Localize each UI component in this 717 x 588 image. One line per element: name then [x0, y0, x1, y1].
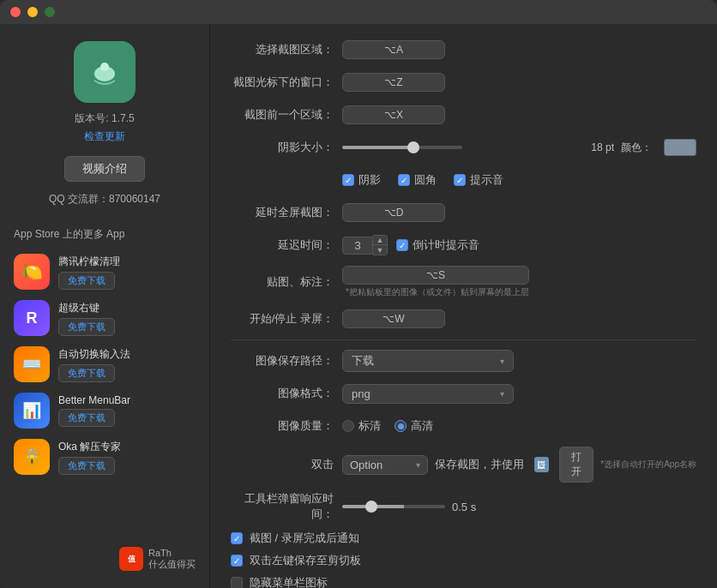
app-store-title: App Store 上的更多 App — [14, 227, 124, 242]
app-icon-lemon: 🍋 — [14, 254, 50, 290]
option-arrow-icon: ▾ — [416, 460, 420, 470]
path-arrow-icon: ▾ — [500, 357, 504, 366]
label-fullscreen: 延时全屏截图： — [231, 205, 342, 220]
option-select[interactable]: Option ▾ — [342, 455, 428, 475]
stepper-up[interactable]: ▲ — [373, 236, 387, 245]
app-icon-oka: 🔒 — [14, 439, 50, 475]
intro-button[interactable]: 视频介绍 — [64, 156, 145, 182]
shortcut-fullscreen[interactable]: ⌥D — [342, 203, 445, 222]
row-double-click: 双击 Option ▾ 保存截图，并使用 🖼 打开 *选择自动打开的App名称 — [231, 447, 696, 483]
list-item: R 超级右键 免费下载 — [14, 300, 196, 336]
app-item-info: 腾讯柠檬清理 免费下载 — [58, 255, 120, 290]
app-window: 版本号: 1.7.5 检查更新 视频介绍 QQ 交流群：870060147 Ap… — [0, 0, 717, 588]
label-sticker: 贴图、标注： — [231, 274, 342, 290]
label-double-click: 双击 — [231, 457, 342, 472]
row-image-path: 图像保存路径： 下载 ▾ — [231, 349, 696, 373]
radio-btn-hd[interactable] — [395, 420, 407, 432]
format-value: png — [352, 387, 371, 400]
watermark: 值 RaTh 什么值得买 — [119, 538, 196, 571]
app-item-info: Oka 解压专家 免费下载 — [58, 440, 121, 475]
cb-rounded[interactable] — [398, 174, 410, 186]
checkbox-sound[interactable]: 提示音 — [454, 172, 503, 188]
format-select[interactable]: png ▾ — [342, 384, 514, 404]
cb-sound[interactable] — [454, 174, 466, 186]
shortcut-prev-area[interactable]: ⌥X — [342, 105, 445, 124]
svg-point-1 — [100, 63, 109, 71]
cb-notify[interactable] — [231, 532, 243, 544]
right-panel: 选择截图区域： ⌥A 截图光标下的窗口： ⌥Z 截图前一个区域： ⌥X 阴影大小… — [210, 24, 717, 588]
check-update-link[interactable]: 检查更新 — [84, 129, 125, 144]
row-prev-area: 截图前一个区域： ⌥X — [231, 103, 696, 127]
watermark-logo: 值 — [119, 547, 143, 571]
app-item-info: 自动切换输入法 免费下载 — [58, 347, 130, 382]
radio-label-sd: 标清 — [358, 418, 381, 434]
row-delay: 延迟时间： ▲ ▼ 倒计时提示音 — [231, 233, 696, 257]
shortcut-record[interactable]: ⌥W — [342, 309, 445, 328]
app-icon-superr: R — [14, 300, 50, 336]
sticker-container: ⌥S *把粘贴板里的图像（或文件）贴到屏幕的最上层 — [342, 266, 529, 298]
shadow-slider[interactable] — [342, 146, 462, 149]
minimize-button[interactable] — [27, 7, 38, 17]
radio-btn-sd[interactable] — [342, 420, 354, 432]
download-btn-4[interactable]: 免费下载 — [58, 457, 115, 475]
divider — [231, 339, 696, 340]
app-name-4: Oka 解压专家 — [58, 440, 121, 454]
format-arrow-icon: ▾ — [500, 389, 504, 399]
radio-hd[interactable]: 高清 — [395, 418, 433, 434]
stepper-down[interactable]: ▼ — [373, 245, 387, 255]
shadow-unit: pt — [606, 141, 614, 153]
open-button[interactable]: 打开 — [559, 447, 593, 483]
save-label: 保存截图，并使用 — [435, 457, 524, 472]
shortcut-sticker[interactable]: ⌥S — [342, 266, 529, 285]
main-content: 版本号: 1.7.5 检查更新 视频介绍 QQ 交流群：870060147 Ap… — [0, 24, 717, 588]
option-value: Option — [350, 459, 383, 471]
stepper-buttons: ▲ ▼ — [373, 235, 388, 255]
maximize-button[interactable] — [45, 7, 55, 17]
cb-shadow[interactable] — [342, 174, 354, 186]
path-select[interactable]: 下载 ▾ — [342, 350, 514, 372]
label-prev-area: 截图前一个区域： — [231, 107, 342, 123]
label-record: 开始/停止 录屏： — [231, 311, 342, 327]
label-toolbar: 工具栏弹窗响应时间： — [231, 491, 342, 522]
sticker-hint: *把粘贴板里的图像（或文件）贴到屏幕的最上层 — [346, 286, 529, 298]
row-window-under-cursor: 截图光标下的窗口： ⌥Z — [231, 70, 696, 94]
countdown-cb-row: 倒计时提示音 — [396, 237, 479, 253]
cb-countdown[interactable] — [396, 239, 408, 251]
cb-label-save-clipboard: 双击左键保存至剪切板 — [250, 553, 361, 568]
row-shadow: 阴影大小： 18 pt 颜色： — [231, 135, 696, 159]
app-thumb-icon: 🖼 — [534, 457, 549, 472]
cb-label-sound: 提示音 — [470, 172, 503, 188]
cb-hide-menubar[interactable] — [231, 577, 243, 588]
sidebar: 版本号: 1.7.5 检查更新 视频介绍 QQ 交流群：870060147 Ap… — [0, 24, 210, 588]
bottom-section: 截图 / 录屏完成后通知 双击左键保存至剪切板 隐藏菜单栏图标 开机自启动 — [231, 531, 696, 588]
checkbox-shadow[interactable]: 阴影 — [342, 172, 381, 188]
radio-sd[interactable]: 标清 — [342, 418, 381, 434]
cb-label-notify: 截图 / 录屏完成后通知 — [250, 531, 359, 546]
download-btn-0[interactable]: 免费下载 — [58, 272, 115, 290]
download-btn-1[interactable]: 免费下载 — [58, 318, 115, 336]
color-label: 颜色： — [621, 141, 652, 155]
row-screenshot-area: 选择截图区域： ⌥A — [231, 38, 696, 62]
list-item: 🔒 Oka 解压专家 免费下载 — [14, 439, 196, 475]
shortcut-screenshot-area[interactable]: ⌥A — [342, 40, 445, 59]
download-btn-3[interactable]: 免费下载 — [58, 409, 115, 427]
app-icon-menubar: 📊 — [14, 393, 50, 429]
watermark-text: RaTh 什么值得买 — [148, 548, 196, 571]
delay-input[interactable] — [342, 237, 373, 255]
cb-label-shadow: 阴影 — [358, 172, 381, 188]
app-item-info: 超级右键 免费下载 — [58, 301, 115, 336]
close-button[interactable] — [10, 7, 21, 17]
shadow-value: 18 pt — [591, 141, 614, 153]
color-swatch[interactable] — [664, 139, 696, 156]
cb-save-clipboard[interactable] — [231, 555, 243, 567]
toolbar-slider-input[interactable] — [342, 505, 445, 508]
row-image-format: 图像格式： png ▾ — [231, 381, 696, 405]
list-item: ⌨️ 自动切换输入法 免费下载 — [14, 346, 196, 382]
label-screenshot-area: 选择截图区域： — [231, 42, 342, 57]
full-checkbox-0: 截图 / 录屏完成后通知 — [231, 531, 696, 546]
download-btn-2[interactable]: 免费下载 — [58, 364, 115, 382]
checkbox-rounded[interactable]: 圆角 — [398, 172, 437, 188]
shortcut-window-under-cursor[interactable]: ⌥Z — [342, 73, 445, 92]
label-delay: 延迟时间： — [231, 237, 342, 253]
row-sticker: 贴图、标注： ⌥S *把粘贴板里的图像（或文件）贴到屏幕的最上层 — [231, 266, 696, 298]
